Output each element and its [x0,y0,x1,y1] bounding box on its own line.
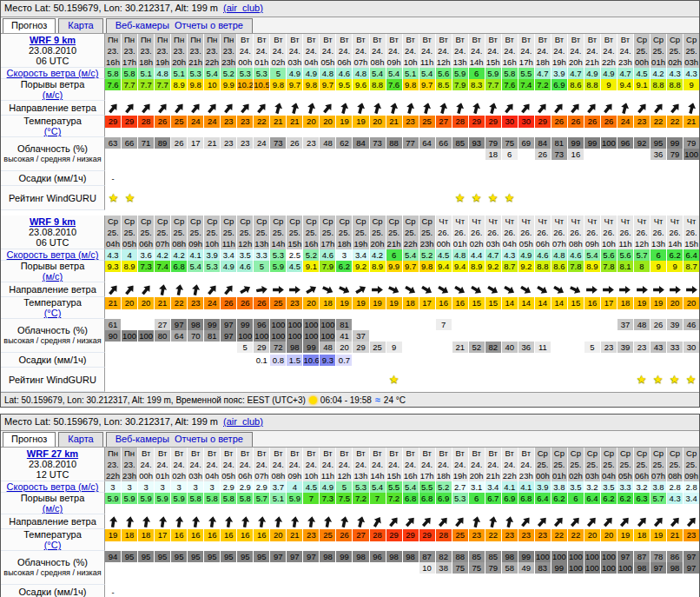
rating-cell [567,186,584,210]
wind-direction-arrow-icon [454,102,466,115]
rating-cell [534,368,551,392]
day-header-cell: Вт24. [584,34,601,56]
cloud-cover-cell [353,149,369,160]
wind-direction-arrow-icon [635,101,650,116]
day-header-cell: Ср25. [650,34,667,56]
precipitation-cell [419,173,436,184]
hour-header-cell: 17h [320,238,336,249]
gusts-unit-link[interactable]: (м/с) [1,271,104,282]
temperature-cell: 23 [237,116,254,128]
day-name: Вт [436,448,452,459]
gusts-unit-link[interactable]: (м/с) [1,90,104,100]
precipitation-cell [452,173,469,184]
wind-direction-arrow-icon [487,515,499,528]
cloud-cover-cell [518,160,535,171]
tab-1[interactable]: Карта [68,20,93,30]
day-name: Ср [535,448,551,459]
tab-2[interactable]: Веб-камеры [116,434,169,444]
cloud-cover-cell: 99 [584,137,601,149]
precipitation-cell [403,173,419,184]
rating-cell [666,186,683,210]
wind-gust-cell: 8.5 [436,79,452,90]
day-date: 25. [601,459,617,470]
cloud-cover: Облачность (%)высокая / средняя / низкая… [1,137,699,171]
wind-speed-label-link[interactable]: Скорость ветра (м/с) [1,481,104,492]
temp-unit-link[interactable]: (°C) [1,308,104,318]
day-header-cell: Вт24. [254,34,270,56]
cloud-cover-cell [683,330,699,342]
cloud-cover-cell: 26 [535,149,551,160]
cloud-cover-cell: 26 [171,137,188,149]
temperature-cell: 25 [171,116,188,128]
precipitation-cell [254,587,270,597]
cloud-cover-cell: 52 [469,342,485,353]
wind-direction-arrow-icon [518,514,533,529]
day-date: 24. [303,459,319,470]
precipitation-cell [485,173,502,184]
cloud-cover-cell: 99 [204,319,221,330]
spot-link[interactable]: (air_club) [223,3,263,13]
cloud-cover-cell [188,562,204,574]
wind-gust-cell: 9.9 [221,79,237,90]
cloud-cover-cell [518,574,535,585]
precipitation-cell [237,587,254,597]
precipitation-cell [122,355,138,366]
cloud-cover-cell [105,574,122,585]
hour-header-cell: 01h [254,56,270,68]
wind-direction-cell [601,282,617,297]
rating-label: Рейтинг WindGURU [1,186,105,210]
wind-speed-label-link[interactable]: Скорость ветра (м/с) [1,68,104,78]
spot-link[interactable]: (air_club) [223,416,263,427]
precipitation-cell [617,355,634,366]
tab-0[interactable]: Прогноз [11,434,47,444]
day-date: 24. [336,45,352,56]
wind-gust-cell: 6.2 [617,493,634,504]
cloud-cover-cell [551,574,568,585]
day-header-cell: Чт26. [469,216,485,238]
cloud-cover-cell [336,149,353,160]
tab-1[interactable]: Карта [68,434,93,444]
wind-gust-cell: 9 [683,79,699,90]
temperature-cell: 24 [617,116,634,128]
tab-3[interactable]: Отчеты о ветре [175,20,243,30]
wind-speed-cell: 3.6 [138,249,155,261]
model-link[interactable]: WRF 9 km [1,216,104,227]
model-link[interactable]: WRF 27 km [1,448,104,459]
model-run-time: 12 UTC [1,469,104,480]
gusts-unit-link[interactable]: (м/с) [1,503,104,514]
wind-direction-cell [204,101,221,116]
star-icon: ★ [686,373,697,386]
day-date: 24. [270,45,286,56]
wind-gust-cell: 7.3 [320,493,336,504]
cloud-cover-cell [667,330,683,342]
model-link[interactable]: WRF 9 km [1,35,104,45]
cloud-cover-cell [683,160,699,171]
wind-gust-cell: 6.8 [403,493,419,504]
wind-speed-label-link[interactable]: Скорость ветра (м/с) [1,249,104,260]
hour-header-cell: 12h [237,238,254,249]
day-name: Чт [436,216,452,227]
temp-unit-link[interactable]: (°C) [1,540,104,550]
tab-2[interactable]: Веб-камеры [116,20,169,30]
precipitation-row: 0.10.81.510.69.30.7 [105,353,699,368]
wind-gust-cell: 8.9 [469,261,485,272]
day-name: Вт [188,448,203,459]
tab-3[interactable]: Отчеты о ветре [175,434,243,444]
wind-speed-cell: 2.8 [683,481,699,493]
wind-direction-arrow-icon [139,282,154,297]
day-header-cell: Чт26. [584,216,601,238]
temp-unit-link[interactable]: (°C) [1,126,104,136]
hour-header-cell: 21h [386,238,403,249]
temperature-cell: 15 [568,297,584,309]
rating-cell [221,368,237,392]
day-date: 26. [667,227,683,238]
cloud-cover-cell: 95 [237,551,254,562]
wind-speed-cell: 3 [122,481,138,493]
cloud-cover-cell: 98 [403,551,419,562]
tab-0[interactable]: Прогноз [11,20,47,30]
wind-gust-cell: 9.5 [336,79,353,90]
precipitation-cell [485,355,502,366]
wind-direction-cell [502,514,518,529]
day-header-cell: Вт24. [535,34,551,56]
wind-speed-cell: 5.5 [419,481,436,493]
